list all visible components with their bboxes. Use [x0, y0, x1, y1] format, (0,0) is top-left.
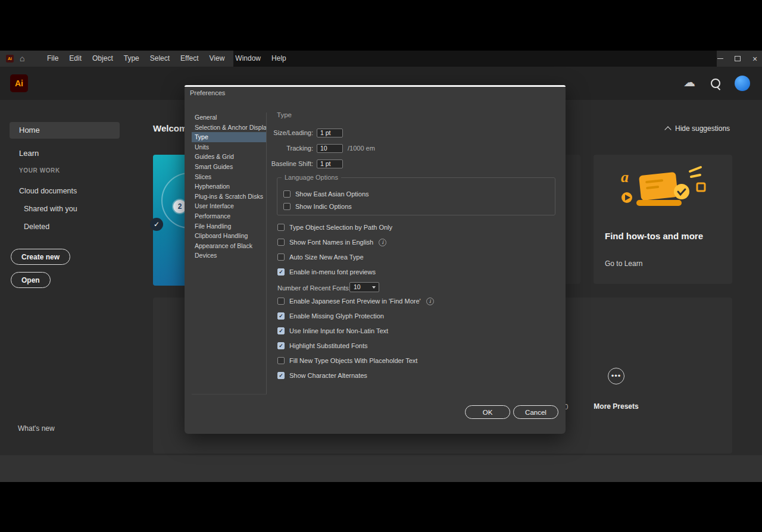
checkbox-row-show-font-names-in-english[interactable]: Show Font Names in Englishi	[277, 238, 386, 246]
minimize-icon	[717, 58, 723, 59]
sidebar-work-list: Cloud documentsShared with youDeleted	[0, 182, 143, 236]
checkbox-label: Enable Missing Glyph Protection	[289, 312, 384, 320]
menu-select[interactable]: Select	[145, 51, 175, 67]
search-icon[interactable]	[711, 79, 720, 88]
checkbox-row-type-object-selection-by-path-only[interactable]: Type Object Selection by Path Only	[277, 223, 392, 231]
checkbox-enable-japanese-font-preview-in-find-more[interactable]	[277, 298, 285, 305]
check-mark-icon: ✓	[279, 373, 283, 378]
sidebar-item-cloud-documents[interactable]: Cloud documents	[0, 182, 143, 200]
recent-fonts-dropdown[interactable]: 10	[349, 282, 379, 292]
svg-text:a: a	[621, 168, 629, 186]
your-work-section-label: YOUR WORK	[19, 167, 60, 174]
sidebar-item-shared-with-you[interactable]: Shared with you	[0, 200, 143, 218]
completed-step-icon: ✓	[150, 218, 163, 231]
maximize-button[interactable]	[734, 55, 741, 62]
info-icon[interactable]: i	[426, 298, 434, 305]
checkbox-row-show-indic-options[interactable]: Show Indic Options	[283, 202, 352, 211]
window-controls: ×	[717, 51, 758, 67]
home-icon[interactable]: ⌂	[20, 51, 24, 67]
sidebar-item-learn[interactable]: Learn	[10, 145, 120, 162]
welcome-heading: Welcom	[153, 123, 187, 133]
menu-view[interactable]: View	[204, 51, 230, 67]
menu-effect[interactable]: Effect	[175, 51, 204, 67]
menu-object[interactable]: Object	[87, 51, 118, 67]
illustrator-taskbar-icon: Ai	[6, 55, 14, 62]
checkbox-use-inline-input-for-non-latin-text[interactable]: ✓	[277, 327, 285, 334]
checkbox-label: Show Character Alternates	[289, 372, 367, 379]
more-presets-icon[interactable]	[608, 368, 624, 384]
user-avatar[interactable]	[735, 76, 750, 91]
field-label-baseline-shift: Baseline Shift:	[220, 159, 313, 168]
sidebar-item-deleted[interactable]: Deleted	[0, 218, 143, 236]
checkbox-type-object-selection-by-path-only[interactable]	[277, 224, 285, 231]
checkbox-show-character-alternates[interactable]: ✓	[277, 372, 285, 379]
illustrator-logo: Ai	[10, 74, 28, 92]
checkbox-enable-missing-glyph-protection[interactable]: ✓	[277, 312, 285, 320]
checkbox-row-enable-japanese-font-preview-in-find-more[interactable]: Enable Japanese Font Preview in 'Find Mo…	[277, 297, 434, 305]
checkbox-show-east-asian-options[interactable]	[283, 190, 291, 198]
field-row-baseline-shift: Baseline Shift:1 pt	[185, 159, 566, 169]
menu-type[interactable]: Type	[118, 51, 145, 67]
checkbox-highlight-substituted-fonts[interactable]: ✓	[277, 342, 285, 349]
checkbox-row-show-character-alternates[interactable]: ✓Show Character Alternates	[277, 371, 367, 380]
checkbox-row-show-east-asian-options[interactable]: Show East Asian Options	[283, 190, 369, 198]
language-options-label: Language Options	[282, 173, 341, 181]
maximize-icon	[735, 56, 741, 61]
checkbox-row-fill-new-type-objects-with-placeholder-text[interactable]: Fill New Type Objects With Placeholder T…	[277, 356, 417, 365]
cloud-sync-icon[interactable]: ☁	[683, 75, 695, 89]
checkbox-label: Type Object Selection by Path Only	[289, 224, 392, 231]
check-mark-icon: ✓	[279, 270, 283, 275]
hide-suggestions-toggle[interactable]: Hide suggestions	[666, 124, 730, 133]
checkbox-label: Enable Japanese Font Preview in 'Find Mo…	[289, 298, 421, 305]
field-row-tracking: Tracking:10/1000 em	[185, 144, 566, 154]
field-label-tracking: Tracking:	[220, 144, 313, 153]
go-to-learn-link[interactable]: Go to Learn	[605, 259, 642, 268]
checkbox-row-enable-missing-glyph-protection[interactable]: ✓Enable Missing Glyph Protection	[277, 312, 384, 320]
check-mark-icon: ✓	[279, 328, 283, 334]
howto-illustration: a	[615, 162, 710, 221]
whats-new-link[interactable]: What's new	[18, 424, 55, 433]
field-input-size-leading[interactable]: 1 pt	[317, 129, 343, 137]
menu-window[interactable]: Window	[230, 51, 266, 67]
field-suffix: /1000 em	[348, 144, 375, 153]
more-presets-label[interactable]: More Presets	[586, 402, 646, 411]
checkbox-enable-in-menu-font-previews[interactable]: ✓	[277, 268, 285, 276]
field-input-tracking[interactable]: 10	[317, 144, 343, 153]
close-button[interactable]: ×	[751, 55, 758, 62]
checkbox-row-use-inline-input-for-non-latin-text[interactable]: ✓Use Inline Input for Non-Latin Text	[277, 327, 388, 335]
field-input-baseline-shift[interactable]: 1 pt	[317, 159, 343, 168]
preferences-dialog: Preferences GeneralSelection & Anchor Di…	[185, 85, 566, 434]
menu-edit[interactable]: Edit	[64, 51, 87, 67]
minimize-button[interactable]	[717, 55, 724, 62]
menu-help[interactable]: Help	[266, 51, 292, 67]
create-new-button[interactable]: Create new	[11, 249, 70, 265]
checkbox-row-auto-size-new-area-type[interactable]: Auto Size New Area Type	[277, 253, 364, 261]
checkbox-row-enable-in-menu-font-previews[interactable]: ✓Enable in-menu font previews	[277, 268, 376, 276]
titlebar-dark-region	[233, 51, 717, 67]
checkbox-label: Fill New Type Objects With Placeholder T…	[289, 357, 417, 364]
checkbox-label: Show Indic Options	[295, 203, 352, 210]
checkbox-fill-new-type-objects-with-placeholder-text[interactable]	[277, 357, 285, 364]
checkbox-row-highlight-substituted-fonts[interactable]: ✓Highlight Substituted Fonts	[277, 342, 367, 350]
sidebar: HomeLearn YOUR WORK Cloud documentsShare…	[0, 100, 143, 455]
checkbox-label: Auto Size New Area Type	[289, 254, 364, 261]
open-button[interactable]: Open	[11, 272, 51, 288]
checkbox-label: Show Font Names in English	[289, 239, 373, 246]
sidebar-nav: HomeLearn	[0, 122, 143, 168]
find-howtos-card[interactable]: a Find how-tos and more Go to Learn	[594, 155, 732, 284]
cancel-button[interactable]: Cancel	[513, 405, 558, 419]
field-label-size-leading: Size/Leading:	[220, 129, 313, 137]
checkbox-show-font-names-in-english[interactable]	[277, 239, 285, 246]
sidebar-item-home[interactable]: Home	[10, 122, 120, 139]
check-mark-icon: ✓	[279, 343, 283, 349]
checkbox-label: Show East Asian Options	[295, 190, 369, 198]
chevron-up-icon	[664, 126, 671, 133]
menu-file[interactable]: File	[42, 51, 64, 67]
field-row-size-leading: Size/Leading:1 pt	[185, 129, 566, 138]
window-titlebar[interactable]: Ai ⌂ FileEditObjectTypeSelectEffectViewW…	[0, 51, 762, 67]
ok-button[interactable]: OK	[465, 405, 510, 419]
checkbox-auto-size-new-area-type[interactable]	[277, 254, 285, 261]
app-footer	[0, 455, 762, 482]
info-icon[interactable]: i	[379, 239, 386, 246]
checkbox-show-indic-options[interactable]	[283, 203, 291, 210]
